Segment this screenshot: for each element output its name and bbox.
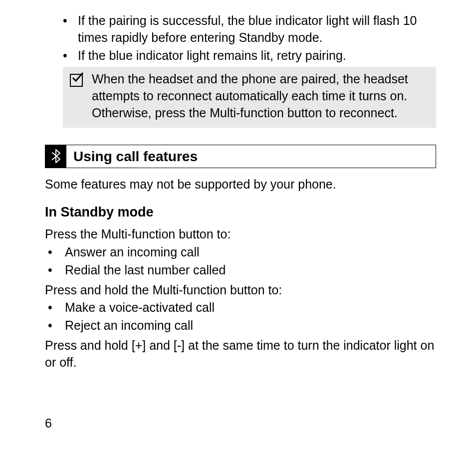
list-item: If the pairing is successful, the blue i… [63,12,436,46]
subheading-standby: In Standby mode [45,203,436,221]
note-callout: When the headset and the phone are paire… [63,67,436,127]
note-text: When the headset and the phone are paire… [92,71,428,121]
indicator-light-para: Press and hold [+] and [-] at the same t… [45,337,436,371]
list-item: Answer an incoming call [45,244,436,261]
hold-intro: Press and hold the Multi-function button… [45,282,436,299]
section-title: Using call features [66,145,205,168]
checkmark-icon [70,74,83,87]
press-intro: Press the Multi-function button to: [45,226,436,243]
list-item: Reject an incoming call [45,317,436,334]
list-item: Make a voice-activated call [45,299,436,316]
page-number: 6 [45,415,52,432]
section-intro: Some features may not be supported by yo… [45,176,436,193]
section-header: Using call features [45,145,436,169]
pairing-status-list: If the pairing is successful, the blue i… [63,12,436,64]
hold-action-list: Make a voice-activated call Reject an in… [45,299,436,334]
bluetooth-icon [45,145,66,168]
list-item: If the blue indicator light remains lit,… [63,47,436,64]
list-item: Redial the last number called [45,262,436,279]
press-action-list: Answer an incoming call Redial the last … [45,244,436,279]
